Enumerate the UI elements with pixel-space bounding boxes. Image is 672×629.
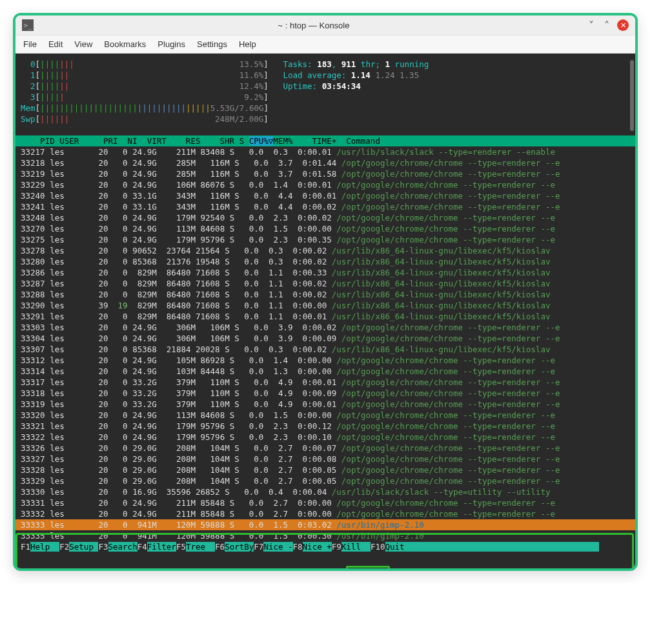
process-row[interactable]: 33328 les 20 0 29.0G 208M 104M S 0.0 2.7… [15, 464, 635, 475]
process-row[interactable]: 33278 les 20 0 90652 23764 21564 S 0.0 0… [15, 245, 635, 256]
process-row[interactable]: 33307 les 20 0 85368 21884 20028 S 0.0 0… [15, 344, 635, 355]
process-row[interactable]: 33275 les 20 0 24.9G 179M 95796 S 0.0 2.… [15, 234, 635, 245]
annotation-highlight-inner [346, 566, 390, 568]
process-row[interactable]: 33333 les 20 0 941M 120M 59888 S 0.0 1.5… [15, 519, 635, 530]
process-table[interactable]: 33217 les 20 0 24.9G 211M 83408 S 0.0 0.… [15, 146, 635, 541]
meters: 0[||||||| 13.5%] Tasks: 183, 911 thr; 1 … [15, 59, 635, 135]
process-row[interactable]: 33291 les 20 0 829M 86480 71608 S 0.0 1.… [15, 311, 635, 322]
process-row[interactable]: 33288 les 20 0 829M 86480 71608 S 0.0 1.… [15, 289, 635, 300]
process-row[interactable]: 33314 les 20 0 24.9G 103M 84448 S 0.0 1.… [15, 366, 635, 377]
menu-file[interactable]: File [23, 39, 37, 49]
process-row[interactable]: 33229 les 20 0 24.9G 106M 86076 S 0.0 1.… [15, 179, 635, 190]
terminal-area[interactable]: 0[||||||| 13.5%] Tasks: 183, 911 thr; 1 … [15, 54, 635, 568]
process-row[interactable]: 33241 les 20 0 33.1G 343M 116M S 0.0 4.4… [15, 201, 635, 212]
process-row[interactable]: 33319 les 20 0 33.2G 379M 110M S 0.0 4.9… [15, 399, 635, 410]
konsole-window: >_ ~ : htop — Konsole ˅ ˄ ✕ FileEditView… [13, 13, 638, 571]
column-headers[interactable]: PID USER PRI NI VIRT RES SHR S CPU%▽MEM%… [15, 135, 635, 146]
process-row[interactable]: 33320 les 20 0 24.9G 113M 84608 S 0.0 1.… [15, 410, 635, 421]
terminal-icon: >_ [22, 19, 34, 31]
process-row[interactable]: 33287 les 20 0 829M 86480 71608 S 0.0 1.… [15, 278, 635, 289]
menu-settings[interactable]: Settings [197, 39, 227, 49]
maximize-button[interactable]: ˄ [602, 20, 612, 30]
menu-plugins[interactable]: Plugins [158, 39, 185, 49]
process-row[interactable]: 33248 les 20 0 24.9G 179M 92540 S 0.0 2.… [15, 212, 635, 223]
process-row[interactable]: 33321 les 20 0 24.9G 179M 95796 S 0.0 2.… [15, 421, 635, 432]
process-row[interactable]: 33331 les 20 0 24.9G 211M 85848 S 0.0 2.… [15, 497, 635, 508]
process-row[interactable]: 33219 les 20 0 24.9G 285M 116M S 0.0 3.7… [15, 168, 635, 179]
titlebar[interactable]: >_ ~ : htop — Konsole ˅ ˄ ✕ [15, 15, 635, 35]
minimize-button[interactable]: ˅ [586, 20, 596, 30]
scrollbar[interactable] [630, 60, 634, 131]
process-row[interactable]: 33318 les 20 0 33.2G 379M 110M S 0.0 4.9… [15, 388, 635, 399]
process-row[interactable]: 33332 les 20 0 24.9G 211M 85848 S 0.0 2.… [15, 508, 635, 519]
process-row[interactable]: 33303 les 20 0 24.9G 306M 106M S 0.0 3.9… [15, 322, 635, 333]
menubar: FileEditViewBookmarksPluginsSettingsHelp [15, 35, 635, 54]
window-title: ~ : htop — Konsole [41, 21, 586, 30]
process-row[interactable]: 33217 les 20 0 24.9G 211M 83408 S 0.0 0.… [15, 146, 635, 157]
process-row[interactable]: 33280 les 20 0 85368 21376 19548 S 0.0 0… [15, 256, 635, 267]
process-row[interactable]: 33317 les 20 0 33.2G 379M 110M S 0.0 4.9… [15, 377, 635, 388]
menu-edit[interactable]: Edit [48, 39, 63, 49]
menu-bookmarks[interactable]: Bookmarks [104, 39, 146, 49]
menu-help[interactable]: Help [239, 39, 256, 49]
process-row[interactable]: 33270 les 20 0 24.9G 113M 84608 S 0.0 1.… [15, 223, 635, 234]
process-row[interactable]: 33329 les 20 0 29.0G 208M 104M S 0.0 2.7… [15, 475, 635, 486]
footer-bar[interactable]: F1Help F2Setup F3SearchF4FilterF5Tree F6… [15, 541, 635, 552]
process-row[interactable]: 33326 les 20 0 29.0G 208M 104M S 0.0 2.7… [15, 443, 635, 454]
process-row[interactable]: 33322 les 20 0 24.9G 179M 95796 S 0.0 2.… [15, 432, 635, 443]
process-row[interactable]: 33290 les 39 19 829M 86480 71608 S 0.0 1… [15, 300, 635, 311]
process-row[interactable]: 33218 les 20 0 24.9G 285M 116M S 0.0 3.7… [15, 157, 635, 168]
process-row[interactable]: 33327 les 20 0 29.0G 208M 104M S 0.0 2.7… [15, 454, 635, 464]
process-row[interactable]: 33330 les 20 0 16.9G 35596 26852 S 0.0 0… [15, 486, 635, 497]
close-button[interactable]: ✕ [617, 19, 629, 31]
menu-view[interactable]: View [74, 39, 92, 49]
process-row[interactable]: 33304 les 20 0 24.9G 306M 106M S 0.0 3.9… [15, 333, 635, 344]
process-row[interactable]: 33312 les 20 0 24.9G 105M 86928 S 0.0 1.… [15, 355, 635, 366]
process-row[interactable]: 33240 les 20 0 33.1G 343M 116M S 0.0 4.4… [15, 190, 635, 201]
process-row[interactable]: 33286 les 20 0 829M 86480 71608 S 0.0 1.… [15, 267, 635, 278]
process-row[interactable]: 33335 les 20 0 941M 120M 59888 S 0.0 1.5… [15, 530, 635, 541]
